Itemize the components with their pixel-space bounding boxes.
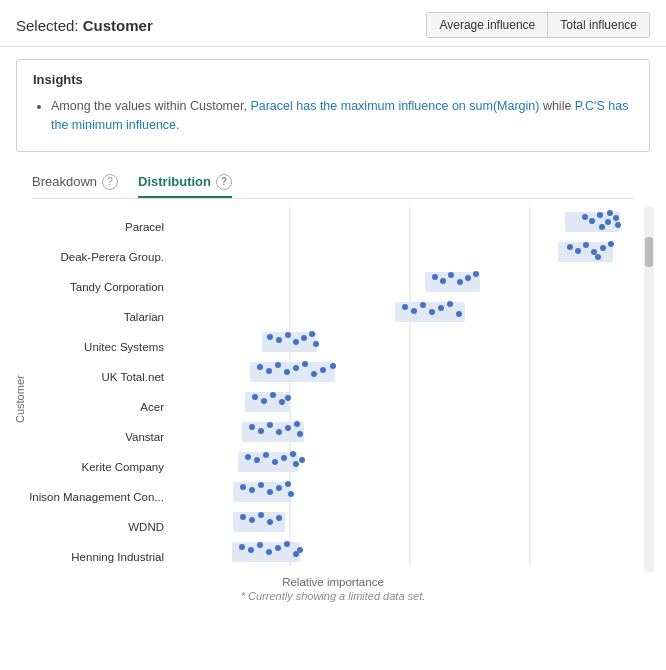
distribution-help-icon[interactable]: ? [216, 174, 232, 190]
svg-point-73 [290, 451, 296, 457]
svg-point-77 [240, 484, 246, 490]
svg-point-44 [257, 364, 263, 370]
title-value: Customer [83, 17, 153, 34]
svg-point-95 [275, 545, 281, 551]
svg-point-96 [284, 541, 290, 547]
svg-point-9 [599, 224, 605, 230]
row-label-talarian: Talarian [30, 302, 170, 332]
svg-point-57 [279, 399, 285, 405]
svg-point-45 [266, 368, 272, 374]
scrollbar-track[interactable] [644, 207, 654, 572]
svg-point-22 [440, 278, 446, 284]
svg-point-8 [613, 215, 619, 221]
svg-point-69 [254, 457, 260, 463]
scrollbar-thumb[interactable] [645, 237, 653, 267]
svg-point-92 [248, 547, 254, 553]
row-label-acer: Acer [30, 392, 170, 422]
row-label-unitec: Unitec Systems [30, 332, 170, 362]
svg-point-70 [263, 452, 269, 458]
svg-point-58 [285, 395, 291, 401]
svg-point-31 [429, 309, 435, 315]
svg-point-25 [465, 275, 471, 281]
chart-svg [170, 207, 640, 572]
svg-point-52 [330, 363, 336, 369]
page-header: Selected: Customer Average influence Tot… [0, 0, 666, 47]
svg-point-83 [288, 491, 294, 497]
svg-point-47 [284, 369, 290, 375]
svg-point-14 [575, 248, 581, 254]
svg-point-98 [297, 547, 303, 553]
svg-point-6 [597, 212, 603, 218]
svg-point-51 [320, 367, 326, 373]
insights-item: Among the values within Customer, Parace… [51, 97, 633, 135]
svg-point-64 [285, 425, 291, 431]
svg-point-18 [608, 241, 614, 247]
svg-point-36 [267, 334, 273, 340]
svg-point-81 [276, 485, 282, 491]
svg-point-85 [240, 514, 246, 520]
influence-button-group: Average influence Total influence [426, 12, 650, 38]
svg-point-10 [607, 210, 613, 216]
row-label-henning: Henning Industrial [30, 542, 170, 572]
svg-point-17 [600, 245, 606, 251]
tabs-row: Breakdown ? Distribution ? [16, 164, 650, 198]
svg-point-4 [582, 214, 588, 220]
svg-point-54 [252, 394, 258, 400]
svg-point-48 [293, 365, 299, 371]
svg-point-46 [275, 362, 281, 368]
svg-point-61 [258, 428, 264, 434]
plot-container [170, 207, 640, 572]
svg-point-50 [311, 371, 317, 377]
svg-point-56 [270, 392, 276, 398]
svg-point-39 [293, 339, 299, 345]
svg-point-32 [438, 305, 444, 311]
row-label-uktotal: UK Total.net [30, 362, 170, 392]
svg-point-94 [266, 549, 272, 555]
x-axis-label: Relative importance [4, 576, 662, 588]
row-label-wdnd: WDND [30, 512, 170, 542]
svg-point-42 [313, 341, 319, 347]
svg-point-15 [583, 242, 589, 248]
row-label-paracel: Paracel [30, 212, 170, 242]
svg-point-78 [249, 487, 255, 493]
svg-point-62 [267, 422, 273, 428]
svg-point-33 [447, 301, 453, 307]
svg-point-72 [281, 455, 287, 461]
average-influence-button[interactable]: Average influence [427, 13, 548, 37]
svg-point-5 [589, 218, 595, 224]
svg-point-30 [420, 302, 426, 308]
svg-point-29 [411, 308, 417, 314]
svg-point-89 [276, 515, 282, 521]
breakdown-help-icon[interactable]: ? [102, 174, 118, 190]
svg-point-71 [272, 459, 278, 465]
svg-point-65 [294, 421, 300, 427]
svg-point-63 [276, 429, 282, 435]
svg-point-16 [591, 249, 597, 255]
insights-text-2: while [539, 99, 574, 113]
svg-point-21 [432, 274, 438, 280]
svg-point-26 [473, 271, 479, 277]
chart-wrapper: Customer Paracel Deak-Perera Group. Tand… [0, 199, 666, 610]
svg-point-93 [257, 542, 263, 548]
svg-point-88 [267, 519, 273, 525]
tab-distribution[interactable]: Distribution ? [138, 174, 232, 198]
svg-point-34 [456, 311, 462, 317]
title-prefix: Selected: [16, 17, 83, 34]
svg-point-28 [402, 304, 408, 310]
row-label-unison: Unison Management Con... [30, 482, 170, 512]
svg-point-11 [615, 222, 621, 228]
page-title: Selected: Customer [16, 17, 153, 34]
svg-point-66 [297, 431, 303, 437]
svg-point-23 [448, 272, 454, 278]
row-label-deak: Deak-Perera Group. [30, 242, 170, 272]
svg-point-19 [595, 254, 601, 260]
row-label-kerite: Kerite Company [30, 452, 170, 482]
svg-point-74 [293, 461, 299, 467]
total-influence-button[interactable]: Total influence [548, 13, 649, 37]
svg-point-24 [457, 279, 463, 285]
insights-text-1: Among the values within Customer, [51, 99, 250, 113]
svg-point-91 [239, 544, 245, 550]
svg-point-38 [285, 332, 291, 338]
tab-distribution-label: Distribution [138, 174, 211, 189]
tab-breakdown[interactable]: Breakdown ? [32, 174, 118, 198]
